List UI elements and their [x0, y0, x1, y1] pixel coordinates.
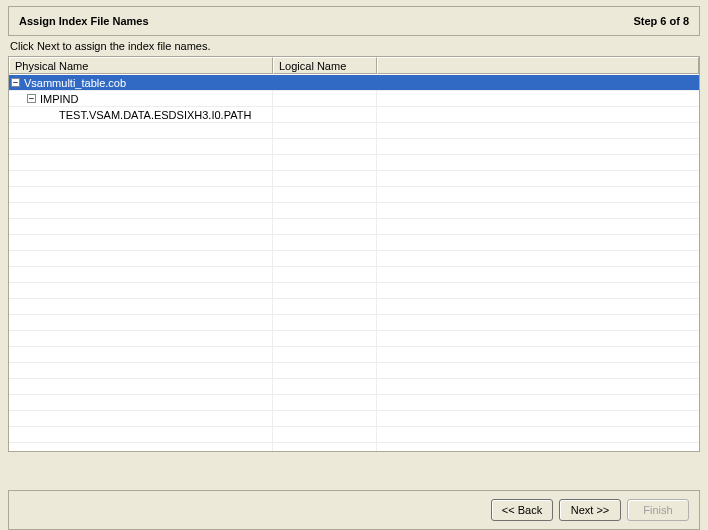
- table-row: [9, 363, 699, 379]
- table-row: [9, 347, 699, 363]
- instruction-text: Click Next to assign the index file name…: [10, 40, 698, 52]
- table-body: −Vsammulti_table.cob−IMPINDTEST.VSAM.DAT…: [9, 75, 699, 451]
- table-row: [9, 251, 699, 267]
- table-header: Physical Name Logical Name: [9, 57, 699, 75]
- table-row: [9, 299, 699, 315]
- cell-physical: −Vsammulti_table.cob: [9, 75, 273, 90]
- table-row: [9, 315, 699, 331]
- table-row: [9, 379, 699, 395]
- table-row: [9, 203, 699, 219]
- back-button[interactable]: << Back: [491, 499, 553, 521]
- cell-rest: [377, 75, 699, 90]
- cell-rest: [377, 107, 699, 122]
- column-header-empty: [377, 57, 699, 74]
- table-row: [9, 139, 699, 155]
- tree-expander-icon[interactable]: −: [11, 78, 20, 87]
- table-row[interactable]: −IMPIND: [9, 91, 699, 107]
- cell-logical: [273, 91, 377, 106]
- cell-logical: [273, 75, 377, 90]
- table-row: [9, 171, 699, 187]
- table-row[interactable]: −Vsammulti_table.cob: [9, 75, 699, 91]
- table-row: [9, 267, 699, 283]
- tree-node-label: IMPIND: [40, 93, 79, 105]
- column-header-logical[interactable]: Logical Name: [273, 57, 377, 74]
- table-row: [9, 155, 699, 171]
- tree-node-label: TEST.VSAM.DATA.ESDSIXH3.I0.PATH: [59, 109, 251, 121]
- table-row[interactable]: TEST.VSAM.DATA.ESDSIXH3.I0.PATH: [9, 107, 699, 123]
- index-file-table[interactable]: Physical Name Logical Name −Vsammulti_ta…: [8, 56, 700, 452]
- cell-rest: [377, 91, 699, 106]
- table-row: [9, 187, 699, 203]
- tree-expander-icon[interactable]: −: [27, 94, 36, 103]
- table-row: [9, 283, 699, 299]
- next-button[interactable]: Next >>: [559, 499, 621, 521]
- table-row: [9, 235, 699, 251]
- wizard-window: Assign Index File Names Step 6 of 8 Clic…: [0, 6, 708, 530]
- footer-panel: << Back Next >> Finish: [8, 490, 700, 530]
- cell-logical: [273, 107, 377, 122]
- table-row: [9, 443, 699, 451]
- table-row: [9, 395, 699, 411]
- table-row: [9, 427, 699, 443]
- header-panel: Assign Index File Names Step 6 of 8: [8, 6, 700, 36]
- finish-button[interactable]: Finish: [627, 499, 689, 521]
- table-row: [9, 123, 699, 139]
- tree-node-label: Vsammulti_table.cob: [24, 77, 126, 89]
- cell-physical: −IMPIND: [9, 91, 273, 106]
- table-row: [9, 331, 699, 347]
- page-title: Assign Index File Names: [19, 15, 149, 27]
- cell-physical: TEST.VSAM.DATA.ESDSIXH3.I0.PATH: [9, 107, 273, 122]
- table-row: [9, 411, 699, 427]
- table-row: [9, 219, 699, 235]
- column-header-physical[interactable]: Physical Name: [9, 57, 273, 74]
- step-indicator: Step 6 of 8: [633, 15, 689, 27]
